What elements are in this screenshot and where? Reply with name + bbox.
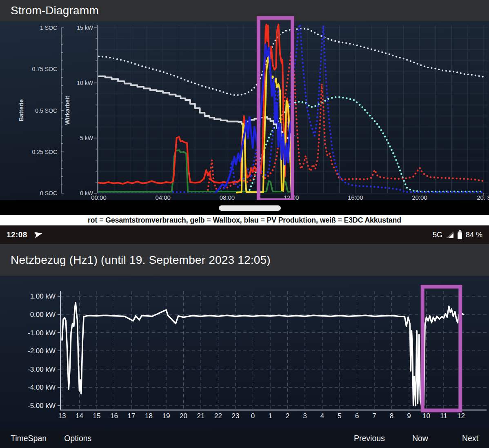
- kw-tick-label: 10 kW: [77, 80, 93, 86]
- soc-tick-label: 1 SOC: [40, 25, 57, 31]
- chart1-title: Strom-Diagramm: [11, 4, 99, 17]
- netzbezug-svg[interactable]: 1.00 kW0.00 kW-1.00 kW-2.00 kW-3.00 kW-4…: [0, 276, 489, 429]
- now-button[interactable]: Now: [412, 434, 428, 443]
- chart1-title-bar: Strom-Diagramm: [0, 0, 489, 21]
- x-tick-label: 12: [457, 412, 465, 420]
- x-tick-label: 13: [58, 412, 66, 420]
- strom-diagramm-chart[interactable]: 1 SOC0.75 SOC0.5 SOC0.25 SOC0 SOC15 kW10…: [0, 21, 489, 200]
- network-type-label: 5G: [433, 231, 442, 239]
- x-tick-label: 6: [355, 412, 359, 420]
- x-tick-label: 3: [303, 412, 307, 420]
- legend-caption: rot = Gesamtstromverbrauch, gelb = Wallb…: [0, 215, 489, 225]
- x-tick-label: 21: [197, 412, 205, 420]
- battery-icon: [457, 230, 462, 239]
- chart2-title: Netzbezug (Hz1) (until 19. September 202…: [11, 254, 271, 267]
- status-time: 12:08: [7, 230, 27, 239]
- y-tick-label: 0.00 kW: [30, 311, 56, 319]
- x-tick-label: 10: [422, 412, 430, 420]
- y-tick-label: -4.00 kW: [28, 383, 56, 391]
- kw-tick-label: 5 kW: [80, 135, 93, 141]
- x-tick-label: 18: [145, 412, 153, 420]
- timespan-button[interactable]: TimeSpan: [11, 434, 47, 443]
- x-tick-label: 14: [76, 412, 83, 420]
- y-tick-label: 1.00 kW: [30, 292, 56, 300]
- location-share-icon: [34, 230, 43, 239]
- scroll-strip: [0, 200, 489, 215]
- x-tick-label: 2: [286, 412, 289, 420]
- kw-tick-label: 15 kW: [77, 25, 93, 31]
- chart2-title-bar: Netzbezug (Hz1) (until 19. September 202…: [0, 244, 489, 276]
- left-axis-label: Batterie: [18, 99, 24, 121]
- scroll-indicator[interactable]: [219, 205, 281, 211]
- status-bar: 12:08 5G 84 %: [0, 225, 489, 244]
- x-tick-label: 17: [128, 412, 136, 420]
- series-netzbezug-kw: [62, 303, 464, 406]
- strom-diagramm-svg[interactable]: 1 SOC0.75 SOC0.5 SOC0.25 SOC0 SOC15 kW10…: [0, 21, 489, 200]
- x-tick-label: 8: [390, 412, 393, 420]
- x-tick-label: 9: [407, 412, 411, 420]
- x-tick-label: 22: [214, 412, 222, 420]
- y-tick-label: -5.00 kW: [28, 402, 56, 410]
- previous-button[interactable]: Previous: [354, 434, 385, 443]
- next-button[interactable]: Next: [462, 434, 478, 443]
- x-tick-label: 4: [320, 412, 324, 420]
- battery-percent-label: 84 %: [466, 231, 482, 239]
- bottom-toolbar: TimeSpan Options Previous Now Next: [0, 429, 489, 448]
- x-tick-label: 19: [162, 412, 170, 420]
- y-tick-label: -3.00 kW: [28, 366, 56, 373]
- y-tick-label: -1.00 kW: [28, 329, 56, 337]
- highlight-box: [422, 287, 460, 410]
- signal-icon: [446, 231, 454, 238]
- x-tick-label: 5: [338, 412, 341, 420]
- y-tick-label: -2.00 kW: [28, 347, 56, 355]
- x-tick-label: 23: [232, 412, 240, 420]
- x-tick-label: 1: [268, 412, 272, 420]
- x-tick-label: 0: [251, 412, 255, 420]
- soc-tick-label: 0.5 SOC: [35, 107, 57, 114]
- soc-tick-label: 0 SOC: [40, 190, 57, 196]
- netzbezug-chart[interactable]: 1.00 kW0.00 kW-1.00 kW-2.00 kW-3.00 kW-4…: [0, 276, 489, 429]
- x-tick-label: 11: [440, 412, 447, 420]
- right-axis-label: Wirkarbeit: [64, 96, 71, 125]
- x-tick-label: 16: [110, 412, 118, 420]
- x-tick-label: 20: [180, 412, 187, 420]
- options-button[interactable]: Options: [64, 434, 91, 443]
- x-tick-label: 7: [372, 412, 376, 420]
- screen: Strom-Diagramm 1 SOC0.75 SOC0.5 SOC0.25 …: [0, 0, 489, 448]
- soc-tick-label: 0.75 SOC: [32, 66, 57, 72]
- x-tick-label: 15: [93, 412, 101, 420]
- soc-tick-label: 0.25 SOC: [32, 149, 57, 155]
